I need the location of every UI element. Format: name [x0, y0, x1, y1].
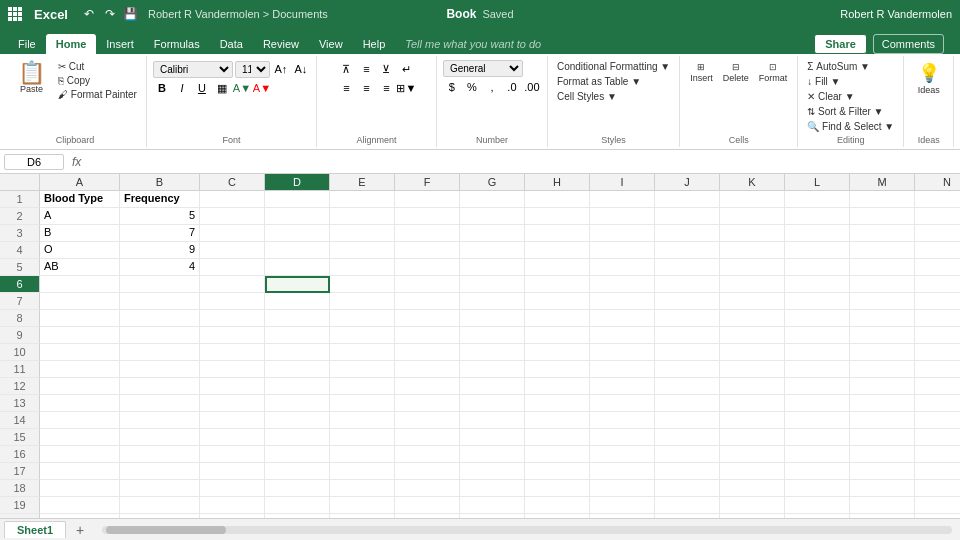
cell-k8[interactable]	[720, 310, 785, 327]
cell-m5[interactable]	[850, 259, 915, 276]
cell-j14[interactable]	[655, 412, 720, 429]
cell-f6[interactable]	[395, 276, 460, 293]
cell-e8[interactable]	[330, 310, 395, 327]
cell-f18[interactable]	[395, 480, 460, 497]
cell-l13[interactable]	[785, 395, 850, 412]
cell-l18[interactable]	[785, 480, 850, 497]
cell-d8[interactable]	[265, 310, 330, 327]
cell-d9[interactable]	[265, 327, 330, 344]
cell-m9[interactable]	[850, 327, 915, 344]
cell-a19[interactable]	[40, 497, 120, 514]
cell-e4[interactable]	[330, 242, 395, 259]
cell-d11[interactable]	[265, 361, 330, 378]
row-num-18[interactable]: 18	[0, 480, 40, 497]
cell-j13[interactable]	[655, 395, 720, 412]
clear-button[interactable]: ✕ Clear ▼	[804, 90, 857, 103]
cell-f5[interactable]	[395, 259, 460, 276]
cell-n14[interactable]	[915, 412, 960, 429]
cell-j8[interactable]	[655, 310, 720, 327]
col-header-h[interactable]: H	[525, 174, 590, 190]
cell-c16[interactable]	[200, 446, 265, 463]
cell-m11[interactable]	[850, 361, 915, 378]
tab-search[interactable]: Tell me what you want to do	[395, 34, 806, 54]
cell-d17[interactable]	[265, 463, 330, 480]
align-bottom-button[interactable]: ⊻	[377, 60, 395, 78]
cell-e12[interactable]	[330, 378, 395, 395]
cell-g17[interactable]	[460, 463, 525, 480]
cell-a2[interactable]: A	[40, 208, 120, 225]
cell-l8[interactable]	[785, 310, 850, 327]
cell-a11[interactable]	[40, 361, 120, 378]
cell-n10[interactable]	[915, 344, 960, 361]
tab-data[interactable]: Data	[210, 34, 253, 54]
cell-styles-button[interactable]: Cell Styles ▼	[554, 90, 620, 103]
row-num-2[interactable]: 2	[0, 208, 40, 225]
format-as-table-button[interactable]: Format as Table ▼	[554, 75, 644, 88]
cell-c12[interactable]	[200, 378, 265, 395]
cell-a16[interactable]	[40, 446, 120, 463]
tab-view[interactable]: View	[309, 34, 353, 54]
cell-b4[interactable]: 9	[120, 242, 200, 259]
cell-h2[interactable]	[525, 208, 590, 225]
currency-button[interactable]: $	[443, 78, 461, 96]
cut-button[interactable]: ✂ Cut	[55, 60, 140, 73]
row-num-3[interactable]: 3	[0, 225, 40, 242]
cell-j7[interactable]	[655, 293, 720, 310]
cell-g12[interactable]	[460, 378, 525, 395]
cell-g13[interactable]	[460, 395, 525, 412]
cell-h13[interactable]	[525, 395, 590, 412]
cell-i7[interactable]	[590, 293, 655, 310]
cell-h7[interactable]	[525, 293, 590, 310]
cell-j9[interactable]	[655, 327, 720, 344]
cell-d12[interactable]	[265, 378, 330, 395]
merge-center-button[interactable]: ⊞▼	[397, 79, 415, 97]
cell-m1[interactable]	[850, 191, 915, 208]
cell-e9[interactable]	[330, 327, 395, 344]
tab-file[interactable]: File	[8, 34, 46, 54]
cell-c17[interactable]	[200, 463, 265, 480]
cell-h18[interactable]	[525, 480, 590, 497]
cell-d18[interactable]	[265, 480, 330, 497]
cell-i6[interactable]	[590, 276, 655, 293]
cell-e13[interactable]	[330, 395, 395, 412]
cell-h11[interactable]	[525, 361, 590, 378]
cell-n19[interactable]	[915, 497, 960, 514]
cell-e11[interactable]	[330, 361, 395, 378]
cell-a6[interactable]	[40, 276, 120, 293]
cell-a1[interactable]: Blood Type	[40, 191, 120, 208]
cell-i5[interactable]	[590, 259, 655, 276]
cell-a7[interactable]	[40, 293, 120, 310]
cell-b8[interactable]	[120, 310, 200, 327]
cell-j4[interactable]	[655, 242, 720, 259]
cell-i9[interactable]	[590, 327, 655, 344]
sort-filter-button[interactable]: ⇅ Sort & Filter ▼	[804, 105, 886, 118]
cell-d16[interactable]	[265, 446, 330, 463]
tab-insert[interactable]: Insert	[96, 34, 144, 54]
tab-formulas[interactable]: Formulas	[144, 34, 210, 54]
cell-f15[interactable]	[395, 429, 460, 446]
cell-k9[interactable]	[720, 327, 785, 344]
cell-n12[interactable]	[915, 378, 960, 395]
cell-l3[interactable]	[785, 225, 850, 242]
cell-j1[interactable]	[655, 191, 720, 208]
cell-n6[interactable]	[915, 276, 960, 293]
cell-c11[interactable]	[200, 361, 265, 378]
increase-decimal-button[interactable]: .0	[503, 78, 521, 96]
col-header-f[interactable]: F	[395, 174, 460, 190]
cell-b11[interactable]	[120, 361, 200, 378]
app-grid-icon[interactable]	[8, 7, 22, 21]
cell-g3[interactable]	[460, 225, 525, 242]
font-size-select[interactable]: 11	[235, 61, 270, 78]
tab-help[interactable]: Help	[353, 34, 396, 54]
col-header-m[interactable]: M	[850, 174, 915, 190]
cell-b18[interactable]	[120, 480, 200, 497]
col-header-i[interactable]: I	[590, 174, 655, 190]
row-num-4[interactable]: 4	[0, 242, 40, 259]
cell-a15[interactable]	[40, 429, 120, 446]
cell-n17[interactable]	[915, 463, 960, 480]
cell-l19[interactable]	[785, 497, 850, 514]
cell-m13[interactable]	[850, 395, 915, 412]
cell-d13[interactable]	[265, 395, 330, 412]
cell-e3[interactable]	[330, 225, 395, 242]
cell-f9[interactable]	[395, 327, 460, 344]
